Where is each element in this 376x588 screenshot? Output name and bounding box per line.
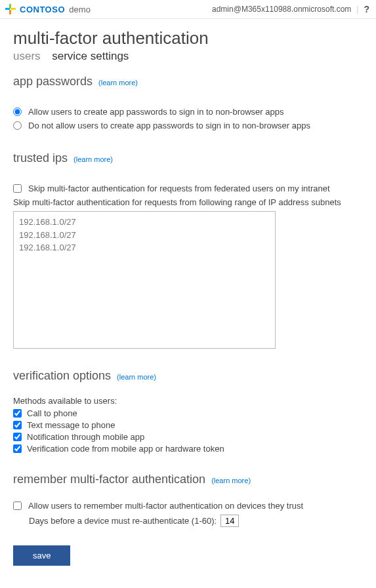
tab-users[interactable]: users [13, 50, 41, 63]
tab-service-settings[interactable]: service settings [52, 50, 129, 63]
user-email: admin@M365x110988.onmicrosoft.com [212, 5, 351, 14]
help-icon[interactable]: ? [364, 4, 369, 14]
method-checkbox[interactable] [13, 409, 22, 418]
content: multi-factor authentication users servic… [0, 19, 376, 579]
days-label: Days before a device must re-authenticat… [29, 516, 217, 526]
section-verification: verification options (learn more) [13, 369, 363, 383]
days-row: Days before a device must re-authenticat… [29, 515, 363, 527]
skip-federated-label: Skip multi-factor authentication for req… [28, 184, 330, 193]
method-label: Call to phone [27, 408, 77, 418]
ip-range-textarea[interactable] [13, 211, 276, 349]
checkbox-remember-mfa[interactable]: Allow users to remember multi-factor aut… [13, 501, 363, 511]
method-code-app-token[interactable]: Verification code from mobile app or har… [13, 444, 363, 454]
radio-disallow-app-passwords[interactable]: Do not allow users to create app passwor… [13, 121, 363, 130]
ip-range-label: Skip multi-factor authentication for req… [13, 197, 363, 207]
method-text-phone[interactable]: Text message to phone [13, 420, 363, 430]
brand-suffix: demo [69, 5, 91, 14]
method-checkbox[interactable] [13, 444, 22, 453]
radio-allow[interactable] [13, 108, 22, 116]
method-checkbox[interactable] [13, 433, 22, 441]
svg-rect-0 [9, 4, 11, 9]
learn-more-link[interactable]: (learn more) [98, 79, 138, 87]
divider: | [356, 5, 358, 14]
svg-rect-1 [9, 10, 11, 14]
save-button[interactable]: save [13, 545, 70, 566]
brand: CONTOSO demo [5, 4, 91, 14]
tabs: users service settings [13, 50, 363, 63]
methods-label: Methods available to users: [13, 396, 363, 406]
radio-disallow-label: Do not allow users to create app passwor… [28, 121, 310, 130]
method-call-phone[interactable]: Call to phone [13, 408, 363, 418]
section-app-passwords: app passwords (learn more) [13, 75, 363, 88]
radio-allow-app-passwords[interactable]: Allow users to create app passwords to s… [13, 107, 363, 117]
method-label: Notification through mobile app [27, 432, 144, 442]
method-label: Text message to phone [27, 420, 115, 430]
svg-rect-2 [5, 8, 10, 10]
brand-name: CONTOSO [20, 5, 65, 14]
method-label: Verification code from mobile app or har… [27, 444, 224, 454]
page-title: multi-factor authentication [13, 28, 363, 49]
remember-mfa-label: Allow users to remember multi-factor aut… [28, 501, 303, 511]
skip-federated-checkbox[interactable] [13, 184, 22, 193]
contoso-logo-icon [5, 4, 16, 14]
svg-rect-3 [11, 8, 16, 10]
radio-disallow[interactable] [13, 121, 22, 130]
radio-allow-label: Allow users to create app passwords to s… [28, 107, 283, 117]
learn-more-link[interactable]: (learn more) [117, 373, 156, 381]
section-remember-mfa: remember multi-factor authentication (le… [13, 473, 363, 486]
days-input[interactable] [220, 515, 239, 527]
checkbox-skip-federated[interactable]: Skip multi-factor authentication for req… [13, 184, 363, 193]
topbar-right: admin@M365x110988.onmicrosoft.com | ? [212, 4, 369, 14]
learn-more-link[interactable]: (learn more) [211, 477, 251, 484]
learn-more-link[interactable]: (learn more) [73, 155, 113, 163]
topbar: CONTOSO demo admin@M365x110988.onmicroso… [0, 0, 376, 19]
method-notification-app[interactable]: Notification through mobile app [13, 432, 363, 442]
section-trusted-ips: trusted ips (learn more) [13, 151, 363, 165]
method-checkbox[interactable] [13, 421, 22, 429]
remember-mfa-checkbox[interactable] [13, 501, 22, 510]
